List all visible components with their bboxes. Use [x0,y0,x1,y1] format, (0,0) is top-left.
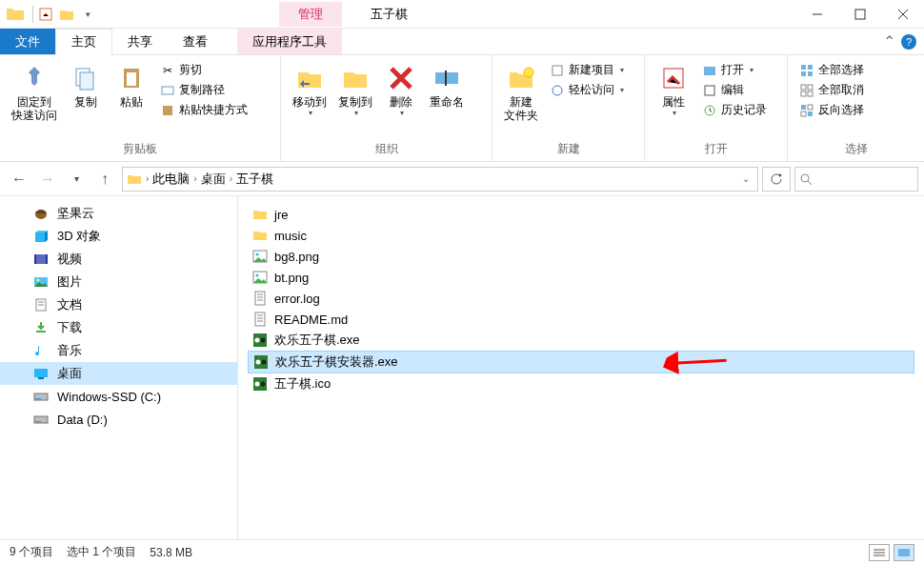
move-to-button[interactable]: 移动到▾ [287,59,332,122]
new-item-button[interactable]: 新建项目▾ [548,61,626,79]
file-row[interactable]: README.md [248,309,914,330]
open-icon [702,63,717,78]
open-button[interactable]: 打开▾ [700,61,769,79]
forward-button[interactable]: → [34,166,61,192]
sidebar-item-nut[interactable]: 坚果云 [0,202,237,225]
drive-icon [32,388,50,405]
minimize-button[interactable] [795,0,838,29]
paste-shortcut-button[interactable]: 粘贴快捷方式 [158,101,250,119]
help-icon[interactable]: ? [901,34,916,50]
window-title: 五子棋 [371,6,408,23]
easy-access-button[interactable]: 轻松访问▾ [548,81,626,99]
copy-button[interactable]: 复制 [63,59,109,112]
recent-locations-button[interactable]: ▾ [63,166,90,192]
sidebar-item-desktop[interactable]: 桌面 [0,362,237,385]
delete-button[interactable]: 删除▾ [378,59,424,122]
copy-icon [70,63,101,93]
breadcrumb-pc[interactable]: 此电脑 [152,171,190,188]
breadcrumb-folder[interactable]: 五子棋 [236,171,273,188]
invert-selection-button[interactable]: 反向选择 [797,101,866,119]
up-button[interactable]: ↑ [91,166,118,192]
select-none-button[interactable]: 全部取消 [797,81,866,99]
ribbon-collapse-icon[interactable]: ⌃ [883,32,895,50]
sidebar-item-drive[interactable]: Windows-SSD (C:) [0,385,237,408]
refresh-button[interactable] [762,167,791,192]
group-label-open: 打开 [645,141,787,161]
file-row[interactable]: bg8.png [248,246,914,267]
paste-button[interactable]: 粘贴 [109,59,154,112]
tab-share[interactable]: 共享 [112,29,168,54]
thumbnails-view-button[interactable] [894,544,914,561]
exe-icon [252,353,270,371]
edit-button[interactable]: 编辑 [700,81,769,99]
sidebar-item-video[interactable]: 视频 [0,248,237,271]
status-size: 53.8 MB [150,546,192,559]
file-row[interactable]: 五子棋.ico [248,373,914,394]
tab-home[interactable]: 主页 [55,29,112,55]
file-row[interactable]: jre [248,204,914,225]
history-button[interactable]: 历史记录 [700,101,769,119]
image-icon [251,269,269,286]
rename-icon [432,63,462,93]
qat-new-folder-icon[interactable] [56,4,77,25]
address-bar[interactable]: › 此电脑 › 桌面 › 五子棋 ⌄ [122,167,758,192]
qat-dropdown-icon[interactable]: ▾ [77,4,98,25]
sidebar-item-label: Windows-SSD (C:) [57,390,161,404]
copy-path-button[interactable]: 复制路径 [158,81,250,99]
file-row[interactable]: bt.png [248,267,914,288]
group-new: 新建 文件夹 新建项目▾ 轻松访问▾ 新建 [492,55,645,161]
svg-rect-2 [855,10,865,19]
details-view-button[interactable] [869,544,890,561]
file-name: 五子棋.ico [274,375,331,393]
sidebar-item-pictures[interactable]: 图片 [0,271,237,293]
svg-point-52 [256,274,259,277]
group-select: 全部选择 全部取消 反向选择 选择 [788,55,924,161]
breadcrumb-desktop[interactable]: 桌面 [201,171,226,188]
move-to-label: 移动到 [292,95,327,109]
sidebar-item-downloads[interactable]: 下载 [0,316,237,339]
svg-rect-7 [162,87,173,94]
file-row[interactable]: error.log [248,288,914,309]
desktop-icon [32,365,50,382]
svg-rect-74 [898,549,910,556]
tab-app-tools[interactable]: 应用程序工具 [237,29,342,54]
sidebar-item-documents[interactable]: 文档 [0,293,237,316]
select-all-button[interactable]: 全部选择 [797,61,866,79]
maximize-button[interactable] [838,0,881,29]
file-row[interactable]: 欢乐五子棋.exe [248,330,914,351]
file-row[interactable]: 欢乐五子棋安装器.exe [248,351,914,373]
svg-line-31 [808,181,812,185]
cut-button[interactable]: ✂剪切 [158,61,250,79]
search-box[interactable] [794,167,918,192]
move-to-icon [294,63,325,93]
new-folder-button[interactable]: 新建 文件夹 [498,59,544,127]
properties-button[interactable]: 属性▾ [651,59,696,122]
tab-view[interactable]: 查看 [168,29,223,54]
file-row[interactable]: music [248,225,914,246]
text-icon [251,311,269,328]
back-button[interactable]: ← [6,166,32,192]
ribbon-tabs: 文件 主页 共享 查看 应用程序工具 ⌃ ? [0,29,924,55]
pin-to-quick-access-button[interactable]: 固定到 快速访问 [6,59,63,127]
rename-button[interactable]: 重命名 [424,59,470,112]
sidebar-item-label: 文档 [57,296,82,313]
qat-properties-icon[interactable] [35,4,56,25]
close-button[interactable] [881,0,924,29]
copy-label: 复制 [74,95,97,109]
sidebar-item-music[interactable]: 音乐 [0,339,237,362]
ribbon: 固定到 快速访问 复制 粘贴 ✂剪切 复制路径 粘贴快捷方式 剪贴板 移动到▾ [0,55,924,162]
svg-rect-44 [38,377,44,379]
sidebar-item-3d[interactable]: 3D 对象 [0,225,237,248]
history-icon [702,103,717,118]
tab-file[interactable]: 文件 [0,29,55,54]
address-dropdown-icon[interactable]: ⌄ [742,173,750,184]
file-list[interactable]: jremusicbg8.pngbt.pngerror.logREADME.md欢… [238,196,924,539]
sidebar-item-drive[interactable]: Data (D:) [0,408,237,431]
svg-rect-43 [34,369,48,377]
drive-icon [32,411,50,428]
main-area: 坚果云3D 对象视频图片文档下载音乐桌面Windows-SSD (C:)Data… [0,196,924,539]
navigation-pane[interactable]: 坚果云3D 对象视频图片文档下载音乐桌面Windows-SSD (C:)Data… [0,196,238,539]
svg-rect-46 [35,398,41,399]
svg-rect-26 [801,105,806,110]
copy-to-button[interactable]: 复制到▾ [332,59,378,122]
